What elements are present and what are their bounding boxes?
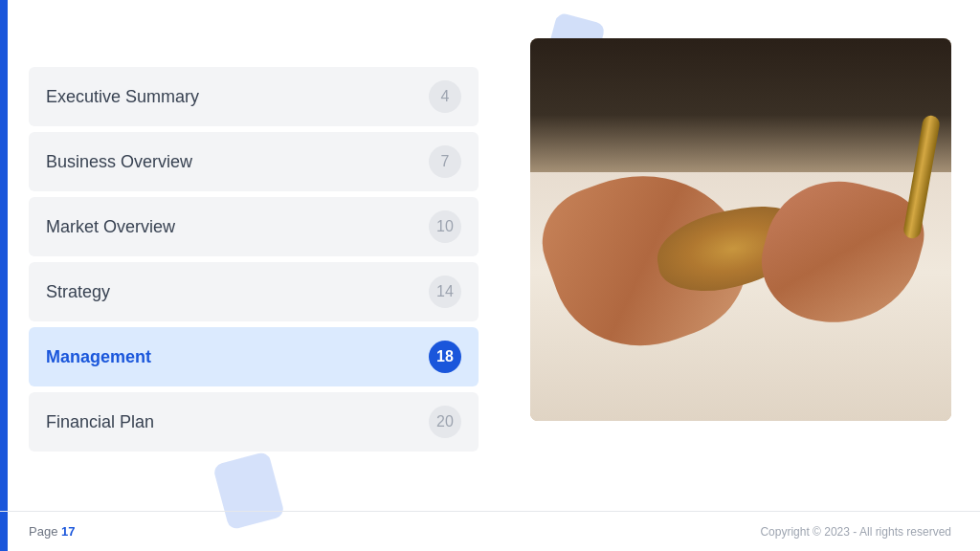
toc-item-page: 7 [429, 145, 461, 178]
kitchen-background [530, 38, 951, 191]
toc-item-market-overview[interactable]: Market Overview 10 [29, 197, 479, 256]
footer-copyright: Copyright © 2023 - All rights reserved [760, 525, 951, 539]
toc-item-label: Market Overview [46, 217, 175, 237]
hero-image [530, 38, 951, 421]
toc-item-label: Strategy [46, 282, 110, 302]
toc-item-page-active: 18 [429, 341, 461, 373]
toc-item-financial-plan[interactable]: Financial Plan 20 [29, 392, 479, 452]
toc-item-management[interactable]: Management 18 [29, 327, 479, 386]
footer: Page 17 Copyright © 2023 - All rights re… [0, 511, 980, 551]
footer-page-number: 17 [61, 524, 75, 539]
toc-item-page: 10 [429, 210, 461, 243]
footer-page: Page 17 [29, 524, 75, 539]
toc-list: Executive Summary 4 Business Overview 7 … [29, 67, 479, 452]
toc-item-label: Executive Summary [46, 87, 199, 107]
toc-item-strategy[interactable]: Strategy 14 [29, 262, 479, 321]
toc-panel: Executive Summary 4 Business Overview 7 … [29, 57, 479, 494]
toc-item-executive-summary[interactable]: Executive Summary 4 [29, 67, 479, 126]
footer-page-label: Page [29, 524, 61, 539]
toc-item-business-overview[interactable]: Business Overview 7 [29, 132, 479, 191]
toc-item-label: Financial Plan [46, 412, 154, 432]
toc-item-page: 4 [429, 80, 461, 113]
left-accent-bar [0, 0, 8, 551]
bread-scene [530, 38, 951, 421]
toc-item-label-active: Management [46, 347, 151, 367]
toc-item-page: 20 [429, 406, 461, 438]
toc-item-label: Business Overview [46, 152, 192, 172]
toc-item-page: 14 [429, 276, 461, 308]
